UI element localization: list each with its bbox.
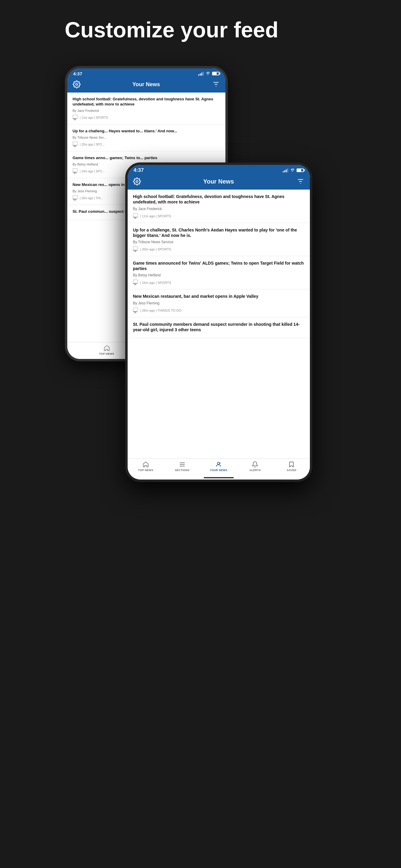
home-bar bbox=[204, 477, 234, 478]
news-title-front-4: New Mexican restaurant, bar and market o… bbox=[133, 293, 305, 299]
news-title-front-5: St. Paul community members demand suspec… bbox=[133, 321, 305, 333]
nav-label-your-news: YOUR NEWS bbox=[210, 469, 227, 472]
news-item-front-2[interactable]: Up for a challenge, St. Charles North's … bbox=[127, 223, 310, 256]
battery-icon-back bbox=[212, 72, 219, 75]
nav-label-saved: SAVED bbox=[287, 469, 296, 472]
nav-item-alerts[interactable]: ALERTS bbox=[237, 461, 274, 472]
gear-icon-back bbox=[73, 81, 81, 88]
app-header-back: Your News bbox=[67, 78, 225, 93]
news-author-front-4: By Jess Fleming bbox=[133, 301, 305, 305]
news-title-front-1: High school football: Gratefulness, devo… bbox=[133, 194, 305, 205]
svg-point-0 bbox=[76, 84, 78, 86]
app-header-front: Your News bbox=[127, 175, 310, 190]
nav-label-sections: SECTIONS bbox=[175, 469, 189, 472]
news-title-back-2: Up for a challeng... Hayes wanted to... … bbox=[73, 129, 220, 134]
news-author-front-1: By Jace Frederick bbox=[133, 207, 305, 211]
news-title-front-2: Up for a challenge, St. Charles North's … bbox=[133, 227, 305, 238]
news-item-front-1[interactable]: High school football: Gratefulness, devo… bbox=[127, 190, 310, 223]
news-meta-back-2: | 20m ago | SPO... bbox=[73, 142, 220, 147]
news-author-front-3: By Betsy Helfand bbox=[133, 273, 305, 277]
bookmark-icon-back-2[interactable] bbox=[73, 142, 77, 147]
news-meta-front-2: | 20m ago | SPORTS bbox=[133, 247, 305, 252]
alerts-icon bbox=[252, 461, 258, 468]
status-icons-back bbox=[198, 71, 219, 76]
gear-icon-front[interactable] bbox=[133, 178, 141, 185]
home-icon bbox=[142, 461, 149, 468]
bookmark-icon-back-4[interactable] bbox=[73, 195, 77, 201]
nav-item-sections[interactable]: SECTIONS bbox=[164, 461, 200, 472]
news-title-front-3: Game times announced for Twins' ALDS gam… bbox=[133, 260, 305, 271]
nav-item-saved[interactable]: SAVED bbox=[274, 461, 310, 472]
status-time-back: 4:37 bbox=[73, 71, 82, 76]
phone-front: 4:37 bbox=[125, 162, 312, 482]
battery-icon-front bbox=[296, 168, 304, 172]
news-author-front-2: By Tribune News Service bbox=[133, 240, 305, 244]
svg-point-7 bbox=[136, 181, 138, 183]
nav-item-your-news[interactable]: YOUR NEWS bbox=[200, 461, 237, 472]
header-title-back: Your News bbox=[133, 82, 160, 88]
sections-icon bbox=[179, 461, 185, 468]
header-title-front: Your News bbox=[203, 178, 234, 185]
status-icons-front bbox=[283, 167, 304, 173]
bookmark-icon-back-3[interactable] bbox=[73, 168, 77, 174]
bookmark-icon-front-1[interactable] bbox=[133, 213, 137, 219]
page-title: Customize your feed bbox=[65, 18, 337, 42]
bookmark-icon-front-3[interactable] bbox=[133, 280, 137, 285]
news-meta-front-1: | 11m ago | SPORTS bbox=[133, 213, 305, 219]
news-meta-front-3: | 24m ago | SPORTS bbox=[133, 280, 305, 285]
nav-label-alerts: ALERTS bbox=[249, 469, 261, 472]
news-feed-front: High school football: Gratefulness, devo… bbox=[127, 190, 310, 458]
saved-icon bbox=[288, 461, 295, 468]
status-bar-back: 4:37 bbox=[67, 68, 225, 78]
news-item-front-5[interactable]: St. Paul community members demand suspec… bbox=[127, 317, 310, 338]
news-author-back-2: By Tribune News Ser... bbox=[73, 135, 220, 139]
wifi-icon-front bbox=[290, 167, 295, 173]
news-item-front-3[interactable]: Game times announced for Twins' ALDS gam… bbox=[127, 256, 310, 289]
nav-label-top-news: TOP NEWS bbox=[138, 469, 153, 472]
your-news-icon bbox=[215, 461, 222, 468]
news-author-back-1: By Jace Frederick bbox=[73, 109, 220, 113]
status-time-front: 4:37 bbox=[134, 167, 144, 173]
filter-icon-front[interactable] bbox=[296, 178, 305, 185]
filter-icon-back bbox=[212, 81, 220, 88]
news-item-back-2[interactable]: Up for a challeng... Hayes wanted to... … bbox=[67, 124, 225, 151]
bottom-nav-front: TOP NEWS SECTIONS bbox=[127, 458, 310, 475]
bookmark-icon-back-1[interactable] bbox=[73, 115, 77, 121]
svg-point-14 bbox=[218, 462, 220, 464]
phones-container: 4:37 bbox=[65, 66, 337, 729]
news-meta-back-1: | 11m ago | SPORTS bbox=[73, 115, 220, 121]
bookmark-icon-front-4[interactable] bbox=[133, 308, 137, 313]
home-indicator bbox=[127, 475, 310, 479]
news-meta-front-4: | 26m ago | THINGS TO DO bbox=[133, 308, 305, 313]
wifi-icon-back bbox=[205, 71, 210, 76]
nav-label-top-news-back: TOP NEWS bbox=[99, 352, 114, 355]
nav-item-top-news[interactable]: TOP NEWS bbox=[127, 461, 164, 472]
news-item-front-4[interactable]: New Mexican restaurant, bar and market o… bbox=[127, 289, 310, 317]
home-icon-back bbox=[104, 345, 110, 351]
news-title-back-3: Game times anno... games; Twins to... pa… bbox=[73, 156, 220, 161]
signal-bars-back bbox=[198, 71, 204, 76]
bookmark-icon-front-2[interactable] bbox=[133, 247, 137, 252]
news-title-back-1: High school football: Gratefulness, devo… bbox=[73, 97, 220, 107]
phone-front-screen: 4:37 bbox=[127, 165, 310, 479]
signal-bars-front bbox=[283, 168, 288, 173]
status-bar-front: 4:37 bbox=[127, 165, 310, 175]
news-item-back-1[interactable]: High school football: Gratefulness, devo… bbox=[67, 93, 225, 124]
